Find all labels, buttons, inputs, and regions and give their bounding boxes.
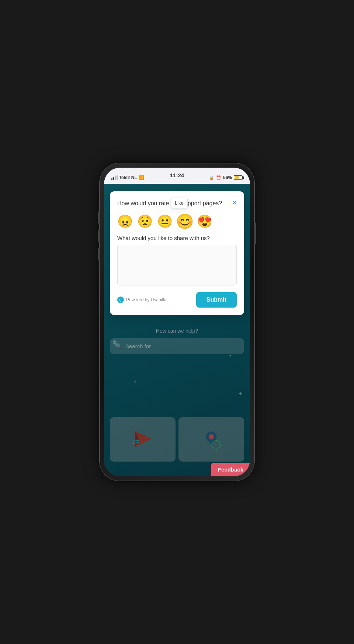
feedback-modal: How would you rate Likepport pages? × 😠 … xyxy=(110,191,244,315)
submit-button[interactable]: Submit xyxy=(196,292,237,308)
status-bar: Tele2 NL 📶 11:24 🔒 ⏰ 56% xyxy=(104,168,250,184)
phone-device: Tele2 NL 📶 11:24 🔒 ⏰ 56% ❄ ❄ ✦ xyxy=(100,163,254,481)
battery-icon xyxy=(234,175,243,180)
battery-fill xyxy=(235,176,239,179)
phone-screen: Tele2 NL 📶 11:24 🔒 ⏰ 56% ❄ ❄ ✦ xyxy=(104,168,250,476)
question-text-end: pport pages? xyxy=(188,200,222,206)
modal-question: How would you rate Likepport pages? xyxy=(117,199,232,209)
emoji-unhappy[interactable]: 😟 xyxy=(137,215,153,227)
close-button[interactable]: × xyxy=(232,199,237,206)
emoji-love[interactable]: 😍 xyxy=(197,215,212,227)
modal-header: How would you rate Likepport pages? × xyxy=(117,199,237,209)
tooltip-box: Like xyxy=(171,198,188,208)
powered-by-label: Powered by Usabilla xyxy=(126,297,166,302)
app-content: ❄ ❄ ✦ ❄ ✦ ❄ ✦ How would you rate Likeppo… xyxy=(104,184,250,476)
status-bar-left: Tele2 NL 📶 xyxy=(111,175,144,180)
usabilla-logo xyxy=(117,297,124,303)
signal-bars xyxy=(111,175,118,180)
emoji-neutral[interactable]: 😐 xyxy=(157,215,173,227)
wifi-icon: 📶 xyxy=(139,175,144,180)
battery-percent: 56% xyxy=(223,175,232,180)
feedback-tab[interactable]: Feedback xyxy=(211,463,250,476)
emoji-very-angry[interactable]: 😠 xyxy=(117,215,133,227)
alarm-icon: ⏰ xyxy=(216,175,221,180)
powered-by: Powered by Usabilla xyxy=(117,297,166,303)
battery-indicator xyxy=(234,175,243,180)
status-bar-right: 🔒 ⏰ 56% xyxy=(209,175,243,180)
clock: 11:24 xyxy=(170,172,184,178)
question-text-start: How would you rate xyxy=(117,200,171,206)
modal-footer: Powered by Usabilla Submit xyxy=(117,292,237,308)
share-textarea[interactable] xyxy=(117,245,237,285)
emoji-happy[interactable]: 😊 xyxy=(176,214,194,229)
carrier-name: Tele2 NL xyxy=(119,175,137,180)
emoji-row: 😠 😟 😐 😊 😍 xyxy=(117,215,237,227)
lock-icon: 🔒 xyxy=(209,175,214,180)
share-label: What would you like to share with us? xyxy=(117,235,237,241)
